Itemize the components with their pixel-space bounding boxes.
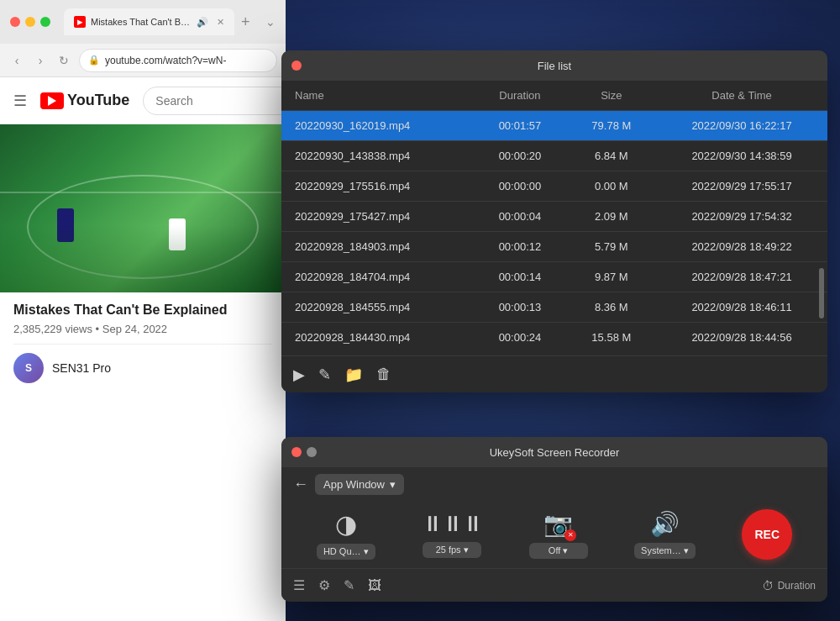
file-table: Name Duration Size Date & Time 20220930_… xyxy=(281,81,827,352)
image-icon[interactable]: 🖼 xyxy=(368,578,381,593)
file-datetime: 2022/09/28 18:46:11 xyxy=(656,292,827,323)
audio-dropdown[interactable]: System… ▾ xyxy=(634,543,696,559)
edit-button[interactable]: ✎ xyxy=(318,366,331,384)
recorder-title: UkeySoft Screen Recorder xyxy=(490,446,620,459)
channel-row: S SEN31 Pro xyxy=(13,344,272,383)
browser-toolbar: ‹ › ↻ 🔒 youtube.com/watch?v=wN- xyxy=(0,44,286,77)
delete-button[interactable]: 🗑 xyxy=(376,366,391,383)
tab-title: Mistakes That Can't Be Ex… xyxy=(91,17,192,27)
lock-icon: 🔒 xyxy=(88,55,100,66)
file-size: 9.87 M xyxy=(567,262,656,292)
tab-dropdown-button[interactable]: ⌄ xyxy=(265,15,276,29)
file-duration: 00:00:13 xyxy=(473,292,566,323)
camera-icon: 📷 xyxy=(543,510,573,538)
fps-control-group: ⏸⏸⏸ 25 fps ▾ xyxy=(422,511,482,558)
table-row[interactable]: 20220928_184430.mp4 00:00:24 15.58 M 202… xyxy=(281,323,827,353)
video-meta: 2,385,229 views • Sep 24, 2022 xyxy=(13,323,272,335)
table-row[interactable]: 20220929_175427.mp4 00:00:04 2.09 M 2022… xyxy=(281,202,827,232)
fps-icon: ⏸⏸⏸ xyxy=(422,511,482,537)
channel-avatar-letter: S xyxy=(25,362,32,374)
col-size: Size xyxy=(567,81,656,111)
search-input[interactable] xyxy=(143,87,286,115)
file-duration: 00:00:24 xyxy=(473,323,566,353)
settings-icon[interactable]: ⚙ xyxy=(318,577,330,593)
window-selector-chevron: ▾ xyxy=(390,478,396,491)
recorder-panel: UkeySoft Screen Recorder ← App Window ▾ … xyxy=(281,437,827,602)
play-button[interactable]: ▶ xyxy=(293,366,305,384)
table-row[interactable]: 20220928_184704.mp4 00:00:14 9.87 M 2022… xyxy=(281,262,827,292)
file-name: 20220930_162019.mp4 xyxy=(281,111,473,141)
recorder-close-button[interactable] xyxy=(291,447,302,457)
traffic-lights xyxy=(10,17,50,27)
recorder-titlebar: UkeySoft Screen Recorder xyxy=(281,437,827,467)
file-duration: 00:00:12 xyxy=(473,232,566,262)
menu-icon[interactable]: ☰ xyxy=(13,92,27,110)
duration-text: Duration xyxy=(778,580,816,592)
back-button[interactable]: ‹ xyxy=(8,52,25,69)
close-button[interactable] xyxy=(10,17,20,27)
recorder-bottom-toolbar: ☰ ⚙ ✎ 🖼 ⏱ Duration xyxy=(281,568,827,602)
window-selector-dropdown[interactable]: App Window ▾ xyxy=(315,474,404,495)
table-header-row: Name Duration Size Date & Time xyxy=(281,81,827,111)
table-row[interactable]: 20220930_162019.mp4 00:01:57 79.78 M 202… xyxy=(281,111,827,141)
scrollbar-thumb[interactable] xyxy=(819,268,824,318)
panel-traffic-lights xyxy=(291,61,302,71)
rec-button[interactable]: REC xyxy=(742,509,792,560)
folder-button[interactable]: 📁 xyxy=(344,366,363,384)
channel-name: SEN31 Pro xyxy=(52,361,111,375)
file-duration: 00:00:20 xyxy=(473,141,566,171)
browser-window: ▶ Mistakes That Can't Be Ex… 🔊 ✕ + ⌄ ‹ ›… xyxy=(0,0,286,621)
col-datetime: Date & Time xyxy=(656,81,827,111)
brush-icon[interactable]: ✎ xyxy=(344,577,354,593)
recorder-controls: ◑ HD Qu… ▾ ⏸⏸⏸ 25 fps ▾ 📷 Off ▾ 🔊 System… xyxy=(281,501,827,568)
rec-label: REC xyxy=(754,528,780,541)
file-datetime: 2022/09/28 18:47:21 xyxy=(656,262,827,292)
maximize-button[interactable] xyxy=(40,17,50,27)
youtube-logo[interactable]: YouTube xyxy=(40,92,129,109)
file-size: 6.84 M xyxy=(567,141,656,171)
new-tab-button[interactable]: + xyxy=(241,13,250,31)
video-thumbnail[interactable] xyxy=(0,124,286,292)
file-size: 2.09 M xyxy=(567,202,656,232)
panel-close-button[interactable] xyxy=(291,61,302,71)
minimize-button[interactable] xyxy=(25,17,35,27)
refresh-button[interactable]: ↻ xyxy=(55,52,72,69)
file-size: 79.78 M xyxy=(567,111,656,141)
file-size: 8.36 M xyxy=(567,292,656,323)
quality-dropdown[interactable]: HD Qu… ▾ xyxy=(317,544,375,560)
quality-control-group: ◑ HD Qu… ▾ xyxy=(317,509,375,560)
clock-icon: ⏱ xyxy=(762,579,774,592)
browser-titlebar: ▶ Mistakes That Can't Be Ex… 🔊 ✕ + ⌄ xyxy=(0,0,286,44)
address-bar[interactable]: 🔒 youtube.com/watch?v=wN- xyxy=(79,49,277,72)
camera-dropdown[interactable]: Off ▾ xyxy=(529,543,588,559)
file-datetime: 2022/09/28 18:49:22 xyxy=(656,232,827,262)
forward-button[interactable]: › xyxy=(32,52,49,69)
file-datetime: 2022/09/30 14:38:59 xyxy=(656,141,827,171)
field-line xyxy=(0,192,286,193)
file-datetime: 2022/09/28 18:44:56 xyxy=(656,323,827,353)
youtube-header: ☰ YouTube xyxy=(0,77,286,124)
back-icon[interactable]: ← xyxy=(293,476,308,493)
file-name: 20220928_184903.mp4 xyxy=(281,232,473,262)
table-row[interactable]: 20220928_184555.mp4 00:00:13 8.36 M 2022… xyxy=(281,292,827,323)
youtube-page: ☰ YouTube Mistakes That Can't Be Explain… xyxy=(0,77,286,621)
fps-dropdown[interactable]: 25 fps ▾ xyxy=(423,542,481,558)
tab-close-button[interactable]: ✕ xyxy=(217,17,224,28)
file-duration: 00:00:04 xyxy=(473,202,566,232)
table-row[interactable]: 20220930_143838.mp4 00:00:20 6.84 M 2022… xyxy=(281,141,827,171)
file-datetime: 2022/09/29 17:55:17 xyxy=(656,171,827,202)
file-name: 20220928_184704.mp4 xyxy=(281,262,473,292)
file-list-toolbar: ▶ ✎ 📁 🗑 xyxy=(281,355,827,392)
active-tab[interactable]: ▶ Mistakes That Can't Be Ex… 🔊 ✕ xyxy=(64,8,234,35)
duration-label: ⏱ Duration xyxy=(762,579,816,592)
file-name: 20220930_143838.mp4 xyxy=(281,141,473,171)
file-size: 15.58 M xyxy=(567,323,656,353)
recorder-minimize-button[interactable] xyxy=(307,447,317,457)
list-icon[interactable]: ☰ xyxy=(293,577,305,593)
table-row[interactable]: 20220928_184903.mp4 00:00:12 5.79 M 2022… xyxy=(281,232,827,262)
table-row[interactable]: 20220929_175516.mp4 00:00:00 0.00 M 2022… xyxy=(281,171,827,202)
audio-icon: 🔊 xyxy=(650,510,680,538)
video-info: Mistakes That Can't Be Explained 2,385,2… xyxy=(0,292,286,393)
file-name: 20220928_184430.mp4 xyxy=(281,323,473,353)
field-overlay xyxy=(0,225,286,292)
